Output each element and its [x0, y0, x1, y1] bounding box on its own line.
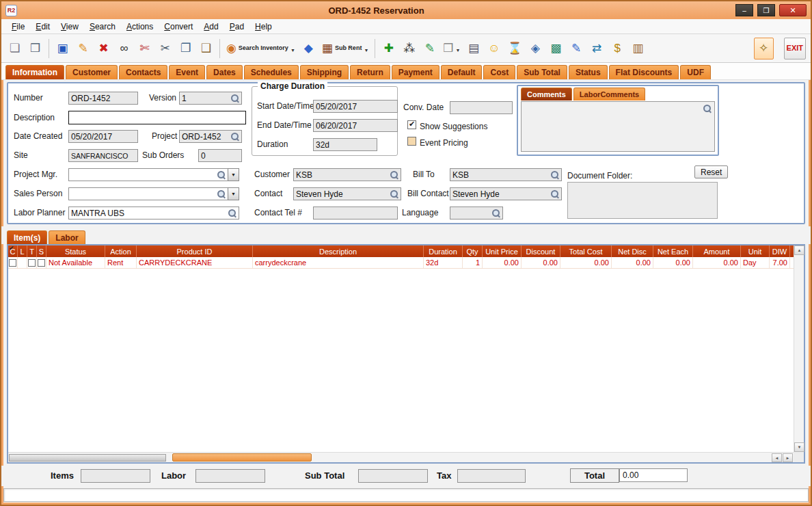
- language-field[interactable]: [450, 207, 503, 219]
- cell-net-each[interactable]: 0.00: [653, 257, 693, 268]
- contact-search-icon[interactable]: [390, 189, 398, 198]
- cell-s[interactable]: [37, 257, 46, 268]
- maximize-button[interactable]: ❐: [757, 4, 775, 16]
- scroll-down-icon[interactable]: [794, 442, 804, 452]
- menu-file[interactable]: File: [7, 21, 29, 33]
- save-button[interactable]: ▣: [53, 38, 72, 59]
- col-status[interactable]: Status: [46, 245, 105, 257]
- tab-item-s[interactable]: Item(s): [7, 230, 47, 244]
- bill-contact-field[interactable]: Steven Hyde: [450, 187, 562, 200]
- tab-contacts[interactable]: Contacts: [119, 65, 167, 79]
- col-duration[interactable]: Duration: [424, 245, 463, 257]
- availability-button[interactable]: ⌛: [505, 38, 525, 59]
- show-suggestions-checkbox[interactable]: [407, 120, 416, 129]
- tab-customer[interactable]: Customer: [66, 65, 118, 79]
- tab-payment[interactable]: Payment: [392, 65, 439, 79]
- contact-field[interactable]: Steven Hyde: [293, 187, 401, 200]
- start-date-field[interactable]: 05/20/2017: [313, 100, 398, 113]
- tax-field[interactable]: [457, 469, 526, 483]
- labor-planner-search-icon[interactable]: [228, 209, 236, 217]
- tab-dates[interactable]: Dates: [206, 65, 243, 79]
- copy-button[interactable]: ❐: [176, 38, 195, 59]
- duration-field[interactable]: 32d: [313, 138, 377, 151]
- labor-total-field[interactable]: [195, 469, 265, 483]
- cell-unit-price[interactable]: 0.00: [483, 257, 522, 268]
- cell-action[interactable]: Rent: [105, 257, 137, 268]
- menu-help[interactable]: Help: [250, 21, 277, 33]
- cell-unit[interactable]: Day: [741, 257, 770, 268]
- col-discount[interactable]: Discount: [522, 245, 560, 257]
- frozen-pane-scroll-thumb[interactable]: [9, 454, 166, 462]
- col-unit-price[interactable]: Unit Price: [483, 245, 522, 257]
- notes-button[interactable]: ✎: [567, 38, 586, 59]
- end-date-field[interactable]: 06/20/2017: [313, 119, 398, 132]
- vertical-scrollbar[interactable]: [794, 245, 804, 452]
- bill-to-search-icon[interactable]: [550, 170, 559, 179]
- bill-contact-search-icon[interactable]: [550, 189, 559, 198]
- sub-rent-button[interactable]: ▦Sub Rent: [319, 38, 372, 59]
- duplicate-dropdown-icon[interactable]: [456, 42, 461, 55]
- tab-shipping[interactable]: Shipping: [300, 65, 349, 79]
- col-unit[interactable]: Unit: [741, 245, 770, 257]
- paste-button[interactable]: ❑: [196, 38, 216, 59]
- horizontal-scroll-thumb[interactable]: [172, 453, 312, 462]
- sub-orders-field[interactable]: 0: [198, 149, 242, 162]
- reset-button[interactable]: Reset: [694, 165, 728, 178]
- tab-status[interactable]: Status: [569, 65, 608, 79]
- tab-return[interactable]: Return: [350, 65, 390, 79]
- cell-diw[interactable]: 7.00: [770, 257, 790, 268]
- tab-comments[interactable]: Comments: [521, 88, 572, 101]
- tab-information[interactable]: Information: [5, 65, 64, 79]
- menu-actions[interactable]: Actions: [122, 21, 158, 33]
- menu-edit[interactable]: Edit: [31, 21, 55, 33]
- scroll-right-icon[interactable]: [783, 453, 793, 462]
- materials-button[interactable]: ▥: [628, 38, 648, 59]
- col-l[interactable]: L: [18, 245, 27, 257]
- subtotal-field[interactable]: [358, 469, 428, 483]
- row-checkbox[interactable]: [9, 259, 16, 267]
- menu-convert[interactable]: Convert: [159, 21, 198, 33]
- row-checkbox[interactable]: [28, 259, 36, 267]
- project-mgr-field[interactable]: [68, 168, 228, 181]
- document-folder-box[interactable]: [567, 182, 718, 219]
- title-bar[interactable]: R2 ORD-1452 Reservation – ❐ ✕: [1, 1, 811, 19]
- version-search-icon[interactable]: [230, 94, 239, 103]
- catalog-button[interactable]: ◈: [526, 38, 545, 59]
- sales-person-dropdown-icon[interactable]: [228, 187, 239, 200]
- date-created-field[interactable]: 05/20/2017: [68, 130, 138, 143]
- optional-items-button[interactable]: ⁂: [399, 38, 419, 59]
- horizontal-scrollbar[interactable]: [8, 452, 794, 462]
- project-field[interactable]: ORD-1452: [179, 130, 242, 143]
- version-field[interactable]: 1: [179, 92, 242, 105]
- bill-to-field[interactable]: KSB: [450, 168, 562, 181]
- scroll-left-icon[interactable]: [772, 453, 782, 462]
- tab-event[interactable]: Event: [169, 65, 205, 79]
- cut-button[interactable]: ✂: [155, 38, 175, 59]
- scroll-up-icon[interactable]: [794, 245, 804, 255]
- cell-t[interactable]: [27, 257, 37, 268]
- exchange-button[interactable]: ⇄: [587, 38, 607, 59]
- sub-rent-dropdown-icon[interactable]: [364, 42, 368, 55]
- cell-qty[interactable]: 1: [463, 257, 483, 268]
- search-inventory-button[interactable]: ◉Search Inventory: [224, 38, 298, 59]
- event-pricing-checkbox[interactable]: [407, 137, 416, 146]
- col-net-disc[interactable]: Net Disc: [612, 245, 653, 257]
- description-field[interactable]: [68, 111, 246, 124]
- add-item-button[interactable]: ✚: [379, 38, 398, 59]
- menu-add[interactable]: Add: [199, 21, 223, 33]
- menu-view[interactable]: View: [56, 21, 83, 33]
- tab-flat-discounts[interactable]: Flat Discounts: [609, 65, 679, 79]
- site-field[interactable]: SANFRANCISCO: [68, 149, 138, 162]
- pricing-button[interactable]: $: [608, 38, 627, 59]
- cell-product-id[interactable]: CARRYDECKCRANE: [137, 257, 253, 268]
- edit-button[interactable]: ✎: [73, 38, 93, 59]
- minimize-button[interactable]: –: [735, 4, 753, 16]
- inventory-cubes-button[interactable]: ▩: [546, 38, 566, 59]
- duplicate-button[interactable]: ❒: [440, 38, 463, 59]
- cell-duration[interactable]: 32d: [424, 257, 463, 268]
- col-product-id[interactable]: Product ID: [137, 245, 253, 257]
- col-amount[interactable]: Amount: [693, 245, 741, 257]
- conv-date-field[interactable]: [450, 101, 513, 114]
- col-description[interactable]: Description: [253, 245, 424, 257]
- edit-item-button[interactable]: ✎: [420, 38, 439, 59]
